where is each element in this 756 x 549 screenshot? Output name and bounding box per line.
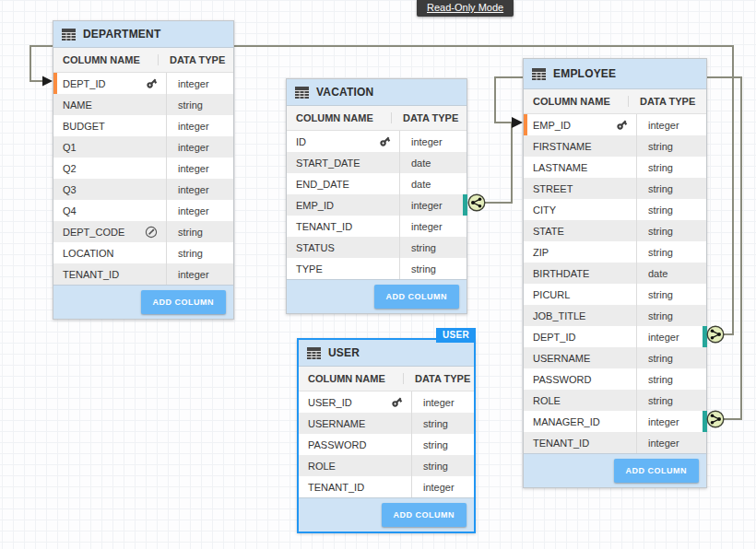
- data-type-header: DATA TYPE: [158, 54, 233, 65]
- column-name: USERNAME: [533, 353, 590, 364]
- table-row[interactable]: DEPT_IDinteger: [524, 326, 706, 347]
- table-header[interactable]: EMPLOYEE: [524, 59, 706, 89]
- table-footer: ADD COLUMN: [53, 285, 233, 319]
- column-name: DEPT_CODE: [63, 227, 124, 238]
- table-row[interactable]: TENANT_IDinteger: [287, 216, 467, 237]
- table-department[interactable]: DEPARTMENT COLUMN NAME DATA TYPE DEPT_ID…: [53, 20, 234, 320]
- table-row[interactable]: ROLEstring: [524, 390, 706, 411]
- table-row[interactable]: FIRSTNAMEstring: [524, 135, 706, 157]
- table-row[interactable]: Q4integer: [53, 200, 233, 221]
- table-row[interactable]: USER_IDinteger: [299, 391, 474, 413]
- table-user[interactable]: USER USER COLUMN NAME DATA TYPE USER_IDi…: [297, 338, 476, 533]
- table-row[interactable]: BIRTHDATEdate: [524, 263, 706, 284]
- table-title: USER: [328, 346, 360, 359]
- table-row[interactable]: NAMEstring: [53, 94, 233, 115]
- table-row[interactable]: TENANT_IDinteger: [53, 263, 233, 285]
- table-row[interactable]: PASSWORDstring: [299, 434, 474, 455]
- column-type: string: [636, 241, 706, 263]
- table-row[interactable]: STREETstring: [524, 178, 706, 199]
- table-header[interactable]: DEPARTMENT: [53, 21, 233, 48]
- column-type: string: [636, 199, 706, 220]
- table-row[interactable]: Q3integer: [53, 179, 233, 200]
- add-column-button[interactable]: ADD COLUMN: [382, 503, 467, 527]
- table-row[interactable]: Q2integer: [53, 158, 233, 179]
- table-row[interactable]: EMP_IDinteger: [524, 114, 706, 135]
- table-grid-icon: [295, 87, 309, 99]
- arrowhead-department-deptid: [42, 76, 53, 87]
- table-footer: ADD COLUMN: [524, 453, 706, 487]
- read-only-mode-badge: Read-Only Mode: [417, 0, 514, 17]
- key-icon: [616, 119, 628, 131]
- table-row[interactable]: TENANT_IDinteger: [524, 432, 706, 453]
- column-header-row: COLUMN NAME DATA TYPE: [287, 106, 467, 131]
- table-row[interactable]: LOCATIONstring: [53, 242, 233, 263]
- table-row[interactable]: BUDGETinteger: [53, 115, 233, 136]
- relation-many-icon-employee-managerid[interactable]: [706, 410, 725, 428]
- table-row[interactable]: DEPT_CODEstring: [53, 221, 233, 242]
- column-type: integer: [399, 194, 467, 216]
- column-type: integer: [166, 73, 233, 94]
- table-row[interactable]: STATUSstring: [287, 237, 467, 258]
- table-row[interactable]: ROLEstring: [299, 455, 474, 476]
- column-type: string: [636, 157, 706, 178]
- table-vacation[interactable]: VACATION COLUMN NAME DATA TYPE IDinteger…: [286, 78, 467, 314]
- column-name: TENANT_ID: [63, 269, 119, 280]
- table-row[interactable]: Q1integer: [53, 136, 233, 158]
- relation-many-icon-vacation-empid[interactable]: [467, 193, 486, 212]
- column-name: BUDGET: [63, 121, 105, 132]
- relation-many-icon-employee-deptid[interactable]: [706, 325, 725, 344]
- column-type: integer: [636, 411, 706, 432]
- table-row[interactable]: JOB_TITLEstring: [524, 305, 706, 326]
- table-employee[interactable]: EMPLOYEE COLUMN NAME DATA TYPE EMP_IDint…: [523, 58, 707, 488]
- table-title: DEPARTMENT: [83, 28, 160, 41]
- column-header-row: COLUMN NAME DATA TYPE: [524, 89, 706, 114]
- column-name: END_DATE: [296, 179, 349, 190]
- column-name: JOB_TITLE: [533, 310, 585, 321]
- pk-relation-marker: [524, 114, 527, 135]
- column-name: DEPT_ID: [63, 78, 105, 89]
- column-name: FIRSTNAME: [533, 141, 592, 152]
- table-row[interactable]: USERNAMEstring: [524, 347, 706, 368]
- add-column-button[interactable]: ADD COLUMN: [374, 285, 460, 309]
- add-column-button[interactable]: ADD COLUMN: [141, 290, 227, 314]
- column-name: NAME: [63, 99, 92, 111]
- column-name: TENANT_ID: [296, 221, 352, 232]
- column-type: string: [636, 178, 706, 199]
- column-name: ROLE: [308, 461, 336, 472]
- column-name: EMP_ID: [533, 120, 571, 131]
- table-header[interactable]: USER: [299, 340, 474, 367]
- table-row[interactable]: USERNAMEstring: [299, 413, 474, 434]
- table-row[interactable]: CITYstring: [524, 199, 706, 220]
- column-type: string: [411, 434, 474, 455]
- column-type: integer: [399, 216, 467, 237]
- column-name: TENANT_ID: [308, 482, 364, 493]
- table-row[interactable]: STATEstring: [524, 220, 706, 241]
- column-name-header: COLUMN NAME: [299, 373, 403, 384]
- table-row[interactable]: START_DATEdate: [287, 152, 467, 173]
- table-row[interactable]: PICURLstring: [524, 284, 706, 305]
- table-row[interactable]: END_DATEdate: [287, 173, 467, 194]
- column-name: CITY: [533, 204, 556, 216]
- table-header[interactable]: VACATION: [287, 79, 467, 106]
- table-row[interactable]: DEPT_IDinteger: [53, 73, 233, 94]
- table-row[interactable]: ZIPstring: [524, 241, 706, 263]
- table-body: IDintegerSTART_DATEdateEND_DATEdateEMP_I…: [287, 131, 467, 279]
- table-title: EMPLOYEE: [553, 67, 616, 80]
- table-row[interactable]: MANAGER_IDinteger: [524, 411, 706, 432]
- column-type: string: [166, 242, 233, 263]
- column-type: integer: [399, 131, 467, 152]
- key-icon: [146, 77, 158, 89]
- table-row[interactable]: IDinteger: [287, 131, 467, 152]
- table-row[interactable]: PASSWORDstring: [524, 368, 706, 390]
- column-name: Q2: [63, 163, 77, 174]
- add-column-button[interactable]: ADD COLUMN: [614, 459, 700, 483]
- table-row[interactable]: EMP_IDinteger: [287, 194, 467, 216]
- table-row[interactable]: LASTNAMEstring: [524, 157, 706, 178]
- column-type: integer: [411, 391, 474, 413]
- table-row[interactable]: TYPEstring: [287, 258, 467, 279]
- selected-table-badge: USER: [436, 328, 476, 343]
- column-type: integer: [166, 136, 233, 158]
- column-type: date: [636, 263, 706, 284]
- table-row[interactable]: TENANT_IDinteger: [299, 476, 474, 497]
- column-name: DEPT_ID: [533, 332, 575, 343]
